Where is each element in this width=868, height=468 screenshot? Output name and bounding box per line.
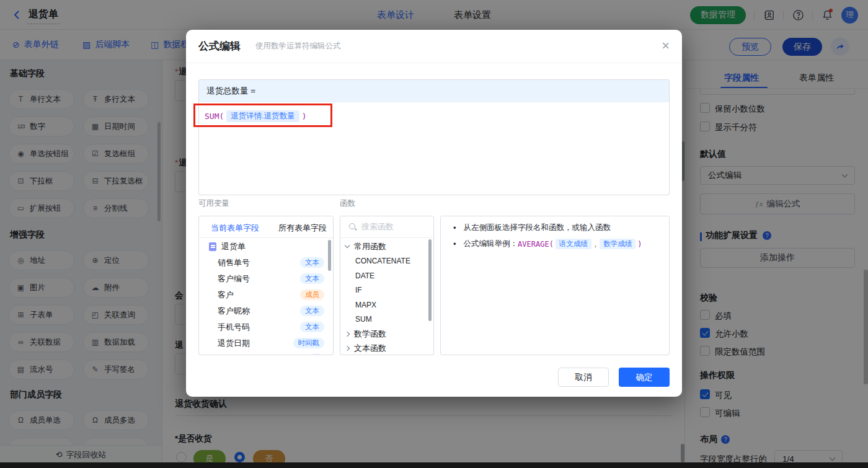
variable-row[interactable]: 客户编号 [218, 271, 250, 287]
bullet-icon: • [453, 239, 456, 249]
function-group[interactable]: 数学函数 [345, 327, 386, 341]
function-group[interactable]: 文本函数 [345, 341, 386, 355]
variables-panel: 当前表单字段 所有表单字段 退货单 销售单号文本 客户编号文本 客户成员 客户昵… [198, 216, 334, 355]
tab-all-form-fields[interactable]: 所有表单字段 [278, 223, 327, 234]
type-badge: 时间戳 [293, 338, 325, 348]
variable-row[interactable]: 手机号码 [218, 319, 250, 335]
function-group[interactable]: 常用函数 [345, 239, 386, 254]
app-root: 退货单 表单设计 表单设置 数据管理 理 ⊘表单外链 ▨后端脚本 ◫数据权 预览… [0, 0, 868, 468]
example-chip: 数学成绩 [600, 239, 636, 249]
variables-scrollbar[interactable] [328, 240, 331, 271]
function-item[interactable]: DATE [355, 268, 374, 283]
variable-row[interactable]: 销售单号 [218, 255, 250, 271]
type-badge: 文本 [300, 273, 324, 284]
help-line: •从左侧面板选择字段名和函数，或输入函数 [453, 223, 611, 233]
modal-title: 公式编辑 [198, 39, 241, 53]
tab-current-form-fields[interactable]: 当前表单字段 [211, 223, 259, 234]
form-doc-icon [209, 242, 216, 251]
help-panel: •从左侧面板选择字段名和函数，或输入函数 •公式编辑举例：AVERAGE(语文成… [440, 216, 670, 355]
close-icon[interactable]: × [662, 38, 670, 54]
confirm-button[interactable]: 确定 [619, 368, 670, 387]
variables-tabs: 当前表单字段 所有表单字段 [199, 216, 333, 238]
function-item[interactable]: CONCATENATE [355, 254, 410, 268]
variable-row[interactable]: 客户 [218, 287, 234, 303]
example-chip: 语文成绩 [556, 239, 591, 249]
cancel-button[interactable]: 取消 [558, 368, 609, 387]
search-placeholder: 搜索函数 [361, 221, 394, 232]
help-example-line: •公式编辑举例：AVERAGE(语文成绩,数学成绩) [453, 239, 642, 249]
search-icon [349, 223, 356, 231]
type-badge: 成员 [300, 289, 324, 300]
modal-header: 公式编辑 使用数学运算符编辑公式 [186, 30, 682, 63]
variables-label: 可用变量 [198, 198, 229, 209]
function-item[interactable]: SUM [355, 312, 372, 326]
type-badge: 文本 [300, 306, 324, 316]
bullet-icon: • [453, 223, 456, 232]
tree-root[interactable]: 退货单 [209, 239, 246, 255]
function-item[interactable]: IF [355, 283, 362, 297]
formula-editor-modal: 公式编辑 使用数学运算符编辑公式 × 退货总数量 = SUM(退货详情.退货数量… [186, 30, 682, 397]
chevron-right-icon [345, 331, 350, 336]
variable-row[interactable]: 退货日期 [218, 335, 250, 351]
functions-scrollbar[interactable] [428, 239, 432, 321]
variable-row[interactable]: 客户昵称 [218, 303, 250, 319]
function-search[interactable]: 搜索函数 [340, 216, 433, 238]
chevron-down-icon [345, 243, 350, 248]
annotation-red-box [193, 104, 332, 127]
type-badge: 文本 [300, 257, 324, 268]
functions-label: 函数 [340, 198, 355, 209]
chevron-right-icon [345, 345, 350, 350]
function-item[interactable]: MAPX [355, 298, 376, 312]
modal-subtitle: 使用数学运算符编辑公式 [255, 41, 341, 51]
type-badge-partial [309, 354, 324, 355]
type-badge: 文本 [300, 322, 324, 332]
formula-editor-box[interactable]: 退货总数量 = [198, 79, 670, 195]
formula-target: 退货总数量 = [199, 80, 669, 102]
functions-panel: 搜索函数 常用函数 CONCATENATE DATE IF MAPX SUM 数… [340, 216, 434, 355]
